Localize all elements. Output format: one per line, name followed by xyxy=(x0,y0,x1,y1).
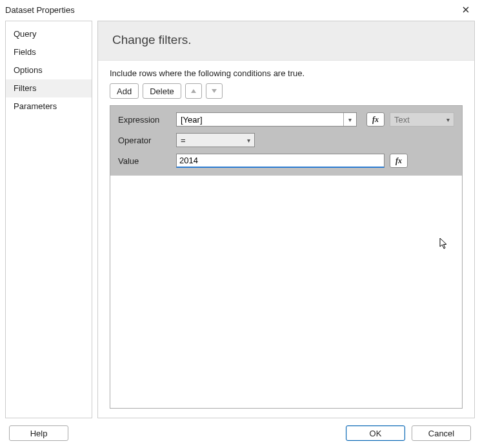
delete-button[interactable]: Delete xyxy=(143,83,181,99)
operator-value: = xyxy=(181,136,186,145)
move-up-button[interactable] xyxy=(185,83,202,99)
main-panel: Change filters. Include rows where the f… xyxy=(97,21,475,418)
cancel-button[interactable]: Cancel xyxy=(412,425,471,441)
filter-list-empty-area xyxy=(110,176,462,408)
dialog-title: Dataset Properties xyxy=(5,5,457,15)
filter-list: Expression ▾ fx Text ▾ Operator xyxy=(110,105,463,409)
expression-label: Expression xyxy=(118,115,171,125)
datatype-dropdown[interactable]: Text ▾ xyxy=(390,112,454,127)
sidebar-item-query[interactable]: Query xyxy=(6,25,92,43)
chevron-down-icon: ▾ xyxy=(348,116,352,123)
sidebar-item-label: Fields xyxy=(14,47,36,57)
chevron-down-icon: ▾ xyxy=(247,137,250,144)
filter-editor: Expression ▾ fx Text ▾ Operator xyxy=(110,106,462,176)
sidebar-item-label: Query xyxy=(14,29,36,39)
sidebar: Query Fields Options Filters Parameters xyxy=(5,21,92,418)
panel-title: Change filters. xyxy=(112,33,192,46)
dialog-body: Query Fields Options Filters Parameters … xyxy=(0,19,480,418)
sidebar-item-label: Parameters xyxy=(14,101,57,111)
panel-header: Change filters. xyxy=(98,21,474,61)
arrow-up-icon xyxy=(190,88,197,94)
dialog-footer: Help OK Cancel xyxy=(0,418,480,448)
add-button[interactable]: Add xyxy=(110,83,139,99)
value-input[interactable] xyxy=(176,154,385,168)
sidebar-item-filters[interactable]: Filters xyxy=(6,79,92,97)
delete-button-label: Delete xyxy=(150,87,174,96)
value-label: Value xyxy=(118,156,171,166)
operator-dropdown[interactable]: = ▾ xyxy=(176,133,255,147)
ok-button-label: OK xyxy=(370,429,382,438)
sidebar-item-fields[interactable]: Fields xyxy=(6,43,92,61)
sidebar-item-parameters[interactable]: Parameters xyxy=(6,97,92,116)
value-fx-button[interactable]: fx xyxy=(390,154,408,168)
instruction-text: Include rows where the following conditi… xyxy=(110,68,463,78)
chevron-down-icon: ▾ xyxy=(446,116,450,123)
fx-icon: fx xyxy=(395,156,402,166)
value-cell xyxy=(176,154,385,168)
operator-label: Operator xyxy=(118,136,171,145)
titlebar: Dataset Properties xyxy=(0,0,480,19)
arrow-down-icon xyxy=(211,88,217,94)
move-down-button[interactable] xyxy=(206,83,223,99)
fx-icon: fx xyxy=(372,115,379,125)
operator-row: = ▾ xyxy=(176,133,454,147)
sidebar-item-label: Options xyxy=(14,65,43,75)
cancel-button-label: Cancel xyxy=(428,429,454,438)
expression-combobox[interactable]: ▾ xyxy=(176,112,357,127)
close-button[interactable] xyxy=(457,3,475,17)
close-icon xyxy=(463,6,469,13)
dataset-properties-dialog: Dataset Properties Query Fields Options … xyxy=(0,0,480,448)
sidebar-item-options[interactable]: Options xyxy=(6,61,92,79)
expression-fx-button[interactable]: fx xyxy=(366,112,385,127)
help-button[interactable]: Help xyxy=(9,425,68,441)
expression-dropdown-button[interactable]: ▾ xyxy=(343,113,356,126)
filter-toolbar: Add Delete xyxy=(110,83,463,99)
add-button-label: Add xyxy=(117,87,132,96)
sidebar-item-label: Filters xyxy=(14,83,36,93)
panel-content: Include rows where the following conditi… xyxy=(98,61,474,418)
expression-input[interactable] xyxy=(177,115,343,125)
datatype-label: Text xyxy=(394,115,410,125)
ok-button[interactable]: OK xyxy=(346,425,405,441)
help-button-label: Help xyxy=(30,429,48,438)
